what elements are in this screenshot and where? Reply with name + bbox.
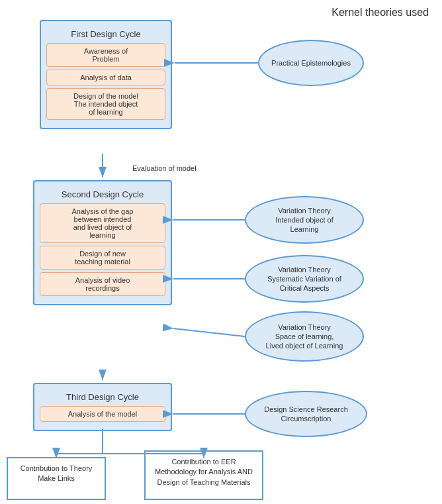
svg-line-6 bbox=[173, 328, 245, 336]
ellipse-variation-3: Variation Theory Space of learning, Live… bbox=[245, 311, 364, 362]
step-design-model: Design of the modelThe intended objectof… bbox=[46, 88, 165, 120]
eval-model-label: Evaluation of model bbox=[132, 164, 197, 172]
ellipse-variation-1: Variation Theory Intended object of Lear… bbox=[245, 196, 364, 244]
output-contribution-theory: Contribution to Theory Make Links bbox=[7, 457, 106, 500]
output-contribution-eer: Contribution to EER Methodology for Anal… bbox=[144, 450, 263, 500]
step-awareness: Awareness ofProblem bbox=[46, 43, 165, 67]
step-gap-analysis: Analysis of the gapbetween intendedand l… bbox=[40, 203, 165, 243]
third-design-cycle-box: Third Design Cycle Analysis of the model bbox=[33, 383, 172, 431]
second-cycle-title: Second Design Cycle bbox=[40, 187, 165, 199]
step-analysis-model: Analysis of the model bbox=[40, 406, 165, 422]
ellipse-variation-2: Variation Theory Systematic Variation of… bbox=[245, 255, 364, 303]
ellipse-practical-epistemologies: Practical Epistemologies bbox=[258, 40, 364, 86]
step-analysis-data: Analysis of data bbox=[46, 70, 165, 85]
step-new-material: Design of newteaching material bbox=[40, 246, 165, 270]
second-design-cycle-box: Second Design Cycle Analysis of the gapb… bbox=[33, 180, 172, 305]
first-design-cycle-box: First Design Cycle Awareness ofProblem A… bbox=[40, 20, 172, 129]
first-cycle-title: First Design Cycle bbox=[46, 26, 165, 39]
third-cycle-title: Third Design Cycle bbox=[40, 389, 165, 402]
step-video-recordings: Analysis of videorecordings bbox=[40, 272, 165, 296]
kernel-title: Kernel theories used bbox=[332, 7, 429, 19]
ellipse-design-science: Design Science Research Circumscription bbox=[245, 391, 367, 437]
